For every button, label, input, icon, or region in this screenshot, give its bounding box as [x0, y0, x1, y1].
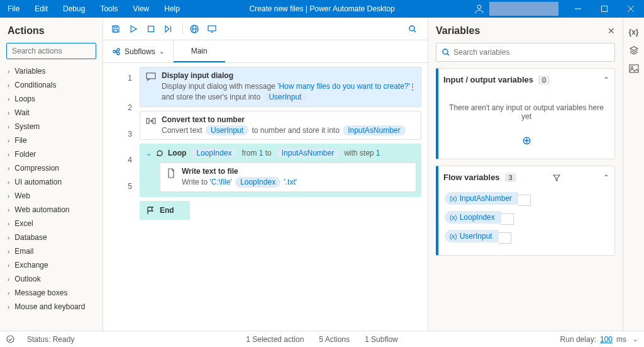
category-web[interactable]: ›Web [0, 189, 103, 203]
action-end[interactable]: End [140, 201, 190, 220]
actions-panel: Actions ›Variables›Conditionals›Loops›Wa… [0, 18, 103, 331]
variables-panel: Variables ✕ Input / output variables 0 ⌃… [428, 18, 623, 331]
variable-token: InputAsNumber [277, 149, 339, 157]
svg-rect-7 [148, 26, 154, 31]
svg-line-25 [447, 54, 449, 55]
line-gutter: 1 2 3 4 5 [103, 63, 140, 331]
step-icon[interactable] [161, 21, 176, 37]
subflows-dropdown[interactable]: Subflows ⌄ [103, 40, 174, 62]
variables-search-input[interactable] [453, 48, 609, 57]
action-loop[interactable]: ⌄ Loop LoopIndex from 1 to InputAsNumber… [140, 144, 421, 197]
window-minimize[interactable] [565, 0, 591, 18]
chevron-right-icon: › [8, 137, 9, 144]
file-write-icon [165, 167, 177, 178]
window-title: Create new files | Power Automate Deskto… [249, 4, 394, 13]
category-mouse-and-keyboard[interactable]: ›Mouse and keyboard [0, 300, 103, 314]
svg-rect-2 [602, 6, 608, 12]
chevron-right-icon: › [8, 179, 9, 186]
chevron-right-icon: › [8, 207, 9, 213]
flow-variables-count: 3 [505, 173, 516, 182]
category-label: Compression [14, 164, 59, 173]
convert-icon [145, 115, 157, 125]
window-close[interactable] [618, 0, 644, 18]
close-icon[interactable]: ✕ [608, 26, 615, 36]
category-exchange[interactable]: ›Exchange [0, 258, 103, 272]
save-icon[interactable] [108, 21, 123, 37]
add-io-variable-button[interactable]: ⊕ [438, 134, 614, 159]
menu-file[interactable]: File [0, 4, 27, 13]
category-message-boxes[interactable]: ›Message boxes [0, 286, 103, 300]
dialog-icon [145, 71, 157, 81]
svg-rect-22 [147, 118, 149, 123]
action-convert-text-to-number[interactable]: Convert text to number Convert text User… [140, 111, 421, 140]
menu-help[interactable]: Help [157, 4, 187, 13]
category-variables[interactable]: ›Variables [0, 64, 103, 78]
chevron-up-icon: ⌃ [603, 173, 609, 182]
menu-view[interactable]: View [125, 4, 157, 13]
svg-point-16 [113, 50, 116, 53]
svg-rect-26 [630, 65, 638, 72]
chevron-down-icon[interactable]: ⌄ [146, 149, 152, 157]
category-excel[interactable]: ›Excel [0, 217, 103, 230]
flow-variable-item[interactable]: (x) UserInput [445, 230, 608, 246]
desktop-recorder-icon[interactable] [204, 21, 219, 37]
category-wait[interactable]: ›Wait [0, 106, 103, 120]
category-label: Excel [14, 219, 33, 228]
window-maximize[interactable] [591, 0, 618, 18]
category-label: Web [14, 191, 30, 200]
category-conditionals[interactable]: ›Conditionals [0, 78, 103, 92]
category-ui-automation[interactable]: ›UI automation [0, 175, 103, 189]
user-icon[interactable] [473, 3, 486, 15]
category-email[interactable]: ›Email [0, 244, 103, 258]
chevron-down-icon[interactable]: ⌄ [633, 336, 638, 343]
tab-main[interactable]: Main [174, 40, 225, 62]
rail-layers-icon[interactable] [629, 45, 639, 55]
titlebar: File Edit Debug Tools View Help Create n… [0, 0, 644, 18]
category-outlook[interactable]: ›Outlook [0, 272, 103, 286]
category-loops[interactable]: ›Loops [0, 92, 103, 106]
chevron-right-icon: › [8, 68, 9, 75]
chevron-right-icon: › [8, 234, 9, 241]
flow-variables-title: Flow variables [443, 173, 500, 182]
category-compression[interactable]: ›Compression [0, 161, 103, 175]
web-recorder-icon[interactable] [187, 21, 202, 37]
category-label: Message boxes [14, 288, 67, 297]
chevron-right-icon: › [8, 193, 9, 200]
line-number: 4 [103, 145, 140, 174]
category-system[interactable]: ›System [0, 120, 103, 134]
category-label: Folder [14, 150, 36, 159]
category-file[interactable]: ›File [0, 134, 103, 147]
menu-tools[interactable]: Tools [92, 4, 125, 13]
filter-icon[interactable] [553, 174, 560, 181]
category-label: UI automation [14, 178, 62, 186]
category-folder[interactable]: ›Folder [0, 147, 103, 161]
category-label: Web automation [14, 205, 69, 214]
action-display-input-dialog[interactable]: Display input dialog Display input dialo… [140, 67, 421, 107]
flow-variable-item[interactable]: (x) LoopIndex [445, 211, 608, 227]
rail-images-icon[interactable] [629, 64, 639, 73]
menu-debug[interactable]: Debug [55, 4, 92, 13]
svg-point-17 [117, 48, 119, 51]
menu-edit[interactable]: Edit [27, 4, 55, 13]
flow-variable-item[interactable]: (x) InputAsNumber [445, 192, 608, 208]
action-description: Display input dialog with message 'How m… [162, 81, 416, 103]
category-label: System [14, 122, 40, 131]
editor-toolbar [103, 18, 428, 40]
category-web-automation[interactable]: ›Web automation [0, 203, 103, 217]
line-number: 3 [103, 122, 140, 145]
editor: Subflows ⌄ Main 1 2 3 4 5 Display input … [103, 18, 428, 331]
flow-variables-header[interactable]: Flow variables 3 ⌃ [438, 166, 614, 188]
actions-search[interactable] [6, 43, 96, 59]
action-options-icon[interactable]: ⋮ [408, 82, 417, 92]
action-write-text-to-file[interactable]: Write text to file Write to 'C:\file' Lo… [160, 162, 416, 192]
category-database[interactable]: ›Database [0, 230, 103, 244]
loop-icon [155, 149, 164, 157]
editor-search-icon[interactable] [402, 21, 423, 37]
run-delay-value[interactable]: 100 [600, 335, 613, 344]
run-icon[interactable] [126, 21, 141, 37]
stop-icon[interactable] [143, 21, 158, 37]
variables-search[interactable] [436, 43, 615, 62]
rail-variables-icon[interactable]: {x} [628, 28, 638, 37]
io-variables-header[interactable]: Input / output variables 0 ⌃ [438, 69, 614, 91]
actions-search-input[interactable] [12, 47, 91, 55]
